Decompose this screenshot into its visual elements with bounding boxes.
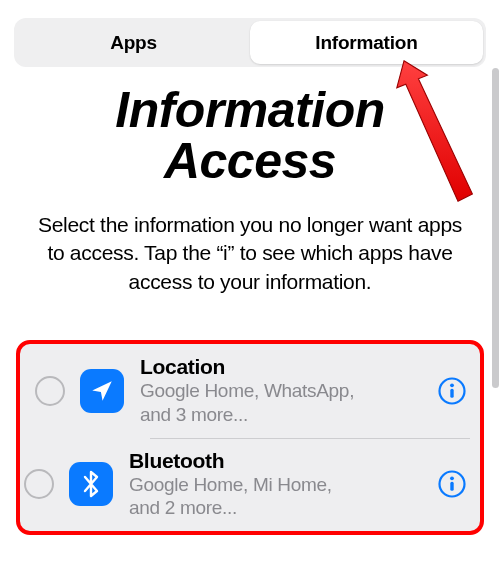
list-item-bluetooth[interactable]: Bluetooth Google Home, Mi Home, and 2 mo… (20, 438, 480, 532)
item-title: Bluetooth (129, 449, 431, 473)
tab-information[interactable]: Information (250, 21, 483, 64)
item-text: Bluetooth Google Home, Mi Home, and 2 mo… (129, 449, 431, 521)
subtitle-line-1: Google Home, WhatsApp, (140, 380, 354, 401)
radio-unselected[interactable] (35, 376, 65, 406)
info-button[interactable] (437, 376, 467, 406)
item-title: Location (140, 355, 431, 379)
title-section: Information Access Select the informatio… (0, 67, 500, 296)
list-item-location[interactable]: Location Google Home, WhatsApp, and 3 mo… (20, 344, 480, 438)
tab-apps[interactable]: Apps (17, 21, 250, 64)
svg-rect-2 (450, 389, 453, 398)
segmented-tabs: Apps Information (14, 18, 486, 67)
svg-point-1 (450, 383, 454, 387)
subtitle-line-2: and 2 more... (129, 497, 237, 518)
subtitle-line-2: and 3 more... (140, 404, 248, 425)
title-line-2: Access (164, 133, 336, 189)
scrollbar-vertical[interactable] (492, 68, 499, 388)
svg-point-4 (450, 477, 454, 481)
item-text: Location Google Home, WhatsApp, and 3 mo… (140, 355, 431, 427)
item-subtitle: Google Home, Mi Home, and 2 more... (129, 473, 431, 521)
location-arrow-icon (80, 369, 124, 413)
subtitle-line-1: Google Home, Mi Home, (129, 474, 332, 495)
info-button[interactable] (437, 469, 467, 499)
page-subtitle: Select the information you no longer wan… (28, 211, 472, 296)
access-list: Location Google Home, WhatsApp, and 3 mo… (16, 340, 484, 535)
page-title: Information Access (28, 85, 472, 187)
item-subtitle: Google Home, WhatsApp, and 3 more... (140, 379, 431, 427)
title-line-1: Information (115, 82, 384, 138)
svg-rect-5 (450, 482, 453, 491)
bluetooth-icon (69, 462, 113, 506)
annotation-highlight-box: Location Google Home, WhatsApp, and 3 mo… (16, 340, 484, 535)
radio-unselected[interactable] (24, 469, 54, 499)
